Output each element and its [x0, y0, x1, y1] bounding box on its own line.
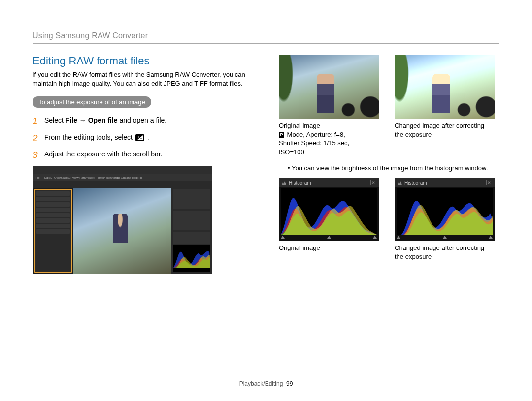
- histogram-label: Histogram: [404, 180, 427, 185]
- app-preview-image: [73, 188, 171, 274]
- left-column: Editing RAW format files If you edit the…: [33, 55, 249, 274]
- step-text: Select File → Open file and open a file.: [44, 115, 166, 125]
- histogram-chart: [281, 188, 377, 235]
- step-number: 1: [33, 115, 39, 128]
- app-menubar: File(F) Edit(E) Operation(O) View Parame…: [33, 174, 212, 181]
- right-column: Original image P Mode, Aperture: f=8, Sh…: [279, 55, 496, 274]
- corrected-photo: [395, 55, 495, 119]
- step-text: From the editing tools, select .: [44, 132, 149, 143]
- intro-paragraph: If you edit the RAW format files with th…: [33, 70, 249, 88]
- histogram-header: Histogram ✕: [279, 178, 379, 187]
- original-photo: [279, 55, 379, 119]
- app-right-panel: [171, 188, 212, 274]
- histogram-comparison: Histogram ✕: [279, 178, 496, 241]
- footer-page-number: 99: [286, 380, 293, 387]
- original-histogram-caption: Original image: [279, 244, 379, 261]
- histogram-captions: Original image Changed image after corre…: [279, 244, 496, 261]
- page-header: Using Samsung RAW Converter: [33, 31, 499, 44]
- step-1: 1 Select File → Open file and open a fil…: [33, 115, 249, 128]
- step-list: 1 Select File → Open file and open a fil…: [33, 115, 249, 162]
- corrected-histogram: Histogram ✕: [395, 178, 495, 241]
- close-icon: ✕: [370, 180, 376, 185]
- original-photo-caption: Original image P Mode, Aperture: f=8, Sh…: [279, 122, 379, 156]
- p-mode-icon: P: [279, 132, 284, 138]
- app-screenshot: File(F) Edit(E) Operation(O) View Parame…: [33, 166, 212, 274]
- step-3: 3 Adjust the exposure with the scroll ba…: [33, 149, 249, 162]
- app-body: [33, 188, 212, 274]
- histogram-markers: [281, 236, 377, 240]
- step-number: 3: [33, 149, 39, 162]
- corrected-photo-caption: Changed image after correcting the expos…: [395, 122, 495, 156]
- content-columns: Editing RAW format files If you edit the…: [33, 55, 499, 274]
- exposure-icon: [135, 134, 144, 141]
- step-2: 2 From the editing tools, select .: [33, 132, 249, 145]
- page-footer: Playback/Editing 99: [0, 380, 532, 387]
- original-histogram: Histogram ✕: [279, 178, 379, 241]
- app-toolbar: [33, 181, 212, 188]
- histogram-markers: [397, 236, 493, 240]
- section-title: Editing RAW format files: [33, 55, 249, 67]
- photo-comparison: [279, 55, 496, 119]
- step-text: Adjust the exposure with the scroll bar.: [44, 149, 163, 159]
- histogram-header: Histogram ✕: [395, 178, 495, 187]
- histogram-icon: [397, 180, 402, 185]
- app-titlebar: [33, 166, 212, 174]
- histogram-label: Histogram: [289, 180, 311, 185]
- photo-captions: Original image P Mode, Aperture: f=8, Sh…: [279, 122, 496, 156]
- histogram-note: • You can view the brightness of the ima…: [279, 164, 496, 173]
- app-sidebar-highlighted: [34, 189, 72, 273]
- subsection-pill: To adjust the exposure of of an image: [33, 96, 151, 108]
- corrected-histogram-caption: Changed image after correcting the expos…: [395, 244, 495, 261]
- footer-section: Playback/Editing: [239, 380, 283, 387]
- step-number: 2: [33, 132, 39, 145]
- histogram-chart: [397, 188, 493, 235]
- histogram-icon: [281, 180, 287, 185]
- close-icon: ✕: [486, 180, 492, 185]
- app-mini-histogram: [173, 245, 210, 272]
